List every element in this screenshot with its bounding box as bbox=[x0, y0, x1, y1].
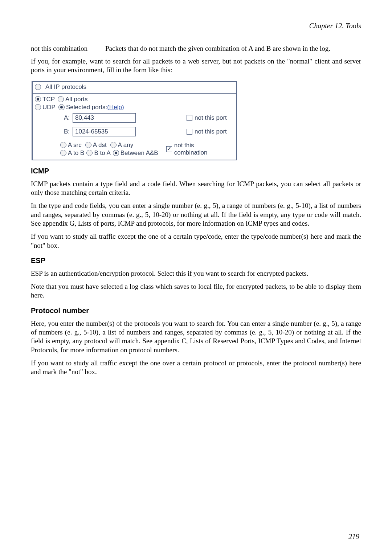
not-this-label: not this bbox=[174, 142, 208, 149]
definition-description: Packets that do not match the given comb… bbox=[105, 45, 361, 53]
all-ip-protocols-label: All IP protocols bbox=[45, 83, 86, 91]
port-b-label: B: bbox=[35, 128, 73, 135]
definition-term: not this combination bbox=[31, 45, 105, 53]
a-src-label: A src bbox=[68, 141, 82, 149]
port-a-label: A: bbox=[35, 114, 73, 122]
esp-paragraph-1: ESP is an authentication/encryption prot… bbox=[31, 269, 361, 278]
a-any-label: A any bbox=[118, 141, 134, 149]
a-to-b-radio[interactable] bbox=[60, 150, 66, 156]
port-filter-figure: All IP protocols TCP All ports UDP Selec… bbox=[31, 81, 361, 160]
esp-heading: ESP bbox=[31, 257, 361, 265]
chapter-header: Chapter 12. Tools bbox=[31, 22, 361, 30]
tcp-label: TCP bbox=[42, 96, 55, 103]
protocol-number-paragraph-2: If you want to study all traffic except … bbox=[31, 359, 361, 377]
a-to-b-label: A to B bbox=[68, 149, 84, 157]
tcp-radio[interactable] bbox=[35, 96, 41, 102]
a-any-radio[interactable] bbox=[110, 142, 117, 148]
not-this-combination-checkbox[interactable] bbox=[166, 146, 172, 152]
not-this-port-b-label: not this port bbox=[195, 128, 227, 135]
between-ab-label: Between A&B bbox=[121, 149, 158, 157]
icmp-paragraph-3: If you want to study all traffic except … bbox=[31, 232, 361, 250]
udp-radio[interactable] bbox=[35, 104, 41, 110]
protocol-number-paragraph-1: Here, you enter the number(s) of the pro… bbox=[31, 319, 361, 354]
selected-ports-label: Selected ports: bbox=[66, 104, 107, 111]
combination-label: combination bbox=[174, 149, 208, 156]
icmp-paragraph-1: ICMP packets contain a type field and a … bbox=[31, 180, 361, 197]
icmp-paragraph-2: In the type and code fields, you can ent… bbox=[31, 201, 361, 228]
intro-paragraph: If you, for example, want to search for … bbox=[31, 57, 361, 75]
protocol-number-heading: Protocol number bbox=[31, 307, 361, 315]
selected-ports-radio[interactable] bbox=[58, 104, 65, 110]
all-ports-label: All ports bbox=[65, 96, 87, 103]
icmp-heading: ICMP bbox=[31, 167, 361, 175]
page-number: 219 bbox=[348, 533, 359, 541]
b-to-a-radio[interactable] bbox=[86, 150, 93, 156]
not-this-port-a-label: not this port bbox=[195, 114, 227, 122]
a-dst-radio[interactable] bbox=[85, 142, 91, 148]
not-this-port-a-checkbox[interactable] bbox=[187, 115, 192, 121]
not-this-port-b-checkbox[interactable] bbox=[187, 129, 192, 135]
a-src-radio[interactable] bbox=[60, 142, 66, 148]
all-ip-protocols-radio[interactable] bbox=[35, 84, 41, 90]
all-ports-radio[interactable] bbox=[58, 96, 64, 102]
port-b-input[interactable]: 1024-65535 bbox=[73, 127, 136, 136]
help-link[interactable]: (Help) bbox=[107, 104, 124, 111]
udp-label: UDP bbox=[42, 104, 56, 111]
b-to-a-label: B to A bbox=[94, 149, 110, 157]
between-ab-radio[interactable] bbox=[113, 150, 119, 156]
port-a-input[interactable]: 80,443 bbox=[73, 113, 136, 123]
a-dst-label: A dst bbox=[93, 141, 107, 149]
esp-paragraph-2: Note that you must have selected a log c… bbox=[31, 282, 361, 300]
